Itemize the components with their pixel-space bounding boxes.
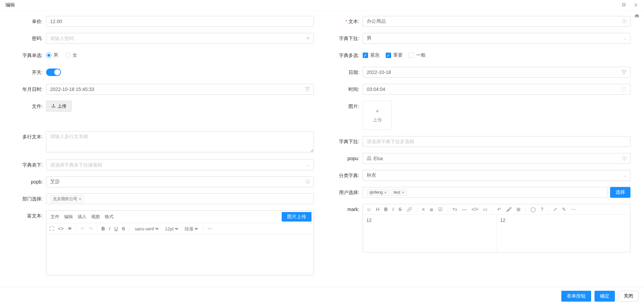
label-dict-search: 字典表下:	[14, 159, 46, 170]
rte-size-select[interactable]: 12pt	[164, 226, 179, 232]
markdown-editor: ☺ H B I S 🔗 ≡ ≣ ☑ ⮀ — </> ▭	[363, 204, 630, 252]
row-dict-multi-select: 字典下拉:	[330, 136, 630, 147]
chk-normal[interactable]: 一般	[409, 52, 426, 58]
password-input[interactable]	[46, 33, 314, 44]
md-ol-icon[interactable]: ≣	[429, 207, 434, 212]
user-tag-2: test✕	[391, 189, 407, 196]
close-icon[interactable]	[633, 2, 639, 8]
restore-icon[interactable]	[621, 2, 626, 8]
dict-select[interactable]	[363, 33, 630, 44]
md-edit-icon[interactable]: ✎	[562, 207, 566, 212]
md-more-icon[interactable]: ⋯	[571, 207, 576, 212]
md-undo-icon[interactable]: ↶	[497, 207, 501, 212]
label-dept: 部门选择:	[14, 193, 46, 204]
switch-toggle[interactable]	[46, 69, 61, 76]
chevron-down-icon: ⌄	[623, 36, 627, 41]
underline-icon[interactable]: U	[114, 226, 118, 231]
redo-icon[interactable]: ↷	[89, 226, 93, 231]
label-dict-multi-select: 字典下拉:	[330, 136, 363, 147]
md-hr-icon[interactable]: —	[462, 207, 467, 212]
row-date: 日期: 📅	[330, 67, 630, 78]
rte-menu-view[interactable]: 视图	[91, 214, 100, 220]
undo-icon[interactable]: ↶	[81, 226, 85, 231]
multiline-textarea[interactable]	[46, 131, 314, 152]
label-dict-select: 字典下拉:	[330, 33, 363, 44]
bold-icon[interactable]: B	[101, 226, 105, 231]
italic-icon[interactable]: I	[109, 226, 110, 231]
ok-button[interactable]: 确定	[595, 291, 615, 296]
md-bold-icon[interactable]: B	[384, 207, 387, 212]
md-fullscreen-icon[interactable]: ⤢	[553, 207, 557, 212]
rte-font-select[interactable]: sans-serif	[134, 226, 160, 232]
modal-header: 编辑	[0, 0, 644, 11]
chk-normal-label: 一般	[416, 52, 426, 58]
rte-menu-edit[interactable]: 编辑	[64, 214, 73, 220]
md-source[interactable]: 12	[363, 215, 497, 252]
md-github-icon[interactable]: ◯	[530, 207, 536, 212]
datetime-input[interactable]	[46, 84, 314, 95]
rte-body[interactable]	[46, 234, 314, 275]
cat-dict-select[interactable]	[363, 170, 630, 181]
user-select-field[interactable]: qinfeng✕ test✕	[363, 187, 607, 198]
radio-female[interactable]: 女	[65, 52, 77, 58]
md-quote-icon[interactable]: ⮀	[452, 207, 457, 212]
rte-menu-file[interactable]: 文件	[51, 214, 59, 220]
fullscreen-icon[interactable]: ⛶	[49, 226, 54, 231]
chk-important[interactable]: ✓重要	[386, 52, 403, 58]
label-text: 文本:	[330, 16, 363, 27]
md-code-icon[interactable]: </>	[471, 207, 478, 212]
image-upload-box[interactable]: + 上传	[363, 101, 392, 130]
row-dict-multi: 字典多选: ✓紧急 ✓重要 一般	[330, 50, 630, 61]
label-popu: popu:	[330, 153, 363, 164]
user-select-button[interactable]: 选择	[610, 187, 630, 198]
md-codeblock-icon[interactable]: ▭	[483, 207, 487, 212]
md-emoji-icon[interactable]: ☺	[366, 207, 371, 212]
dept-tag-close-icon[interactable]: ✕	[79, 197, 81, 201]
time-input[interactable]	[363, 84, 630, 95]
md-link-icon[interactable]: 🔗	[406, 207, 412, 212]
rte-image-upload-button[interactable]: 图片上传	[282, 212, 311, 222]
popu-input[interactable]: 品 Elsa	[363, 153, 630, 164]
rte-menu-insert[interactable]: 插入	[78, 214, 86, 220]
dict-search-select[interactable]	[46, 159, 314, 170]
price-input[interactable]	[46, 16, 314, 27]
close-button[interactable]: 关闭	[618, 291, 639, 296]
chk-urgent[interactable]: ✓紧急	[363, 52, 380, 58]
dict-multi-select[interactable]	[363, 136, 630, 147]
label-dict-radio: 字典单选:	[14, 50, 46, 61]
label-popb: popb:	[14, 176, 46, 187]
user-tag-2-label: test	[394, 190, 400, 195]
md-help-icon[interactable]: ?	[541, 207, 543, 212]
text-input[interactable]	[363, 16, 630, 27]
md-strike-icon[interactable]: S	[398, 207, 401, 212]
popb-input[interactable]	[46, 176, 314, 187]
label-datetime: 年月日时:	[14, 84, 46, 95]
modal-title: 编辑	[5, 2, 15, 8]
md-italic-icon[interactable]: I	[393, 207, 394, 212]
row-popb: popb: ⓧ	[14, 176, 314, 187]
md-record-icon[interactable]: 🎤	[506, 207, 512, 212]
row-dept: 部门选择: 北京国炬公司✕	[14, 193, 314, 204]
preview-icon[interactable]: 👁	[67, 226, 72, 231]
dept-select[interactable]: 北京国炬公司✕	[46, 193, 314, 204]
code-icon[interactable]: <>	[58, 226, 63, 231]
file-upload-button[interactable]: 上传	[46, 101, 72, 112]
radio-male[interactable]: 男	[46, 52, 58, 58]
strike-icon[interactable]: S	[122, 226, 125, 231]
label-mark: mark:	[330, 204, 363, 215]
rte-menu-format[interactable]: 格式	[105, 214, 114, 220]
popu-value: Elsa	[374, 156, 383, 161]
user-tag-1-close-icon[interactable]: ✕	[384, 191, 387, 194]
form-extra-button[interactable]: 表单按钮	[561, 291, 591, 296]
user-tag-2-close-icon[interactable]: ✕	[402, 191, 404, 194]
md-table-icon[interactable]: ⊞	[517, 207, 521, 212]
rte-para-select[interactable]: 段落	[183, 226, 199, 232]
print-icon[interactable]	[635, 14, 639, 19]
upload-icon	[51, 103, 56, 109]
date-input[interactable]	[363, 67, 630, 78]
more-icon[interactable]: ⋯	[207, 226, 212, 231]
md-ul-icon[interactable]: ≡	[422, 207, 425, 212]
row-datetime: 年月日时: 📅	[14, 84, 314, 95]
md-heading-icon[interactable]: H	[376, 207, 379, 212]
md-check-icon[interactable]: ☑	[438, 207, 443, 212]
